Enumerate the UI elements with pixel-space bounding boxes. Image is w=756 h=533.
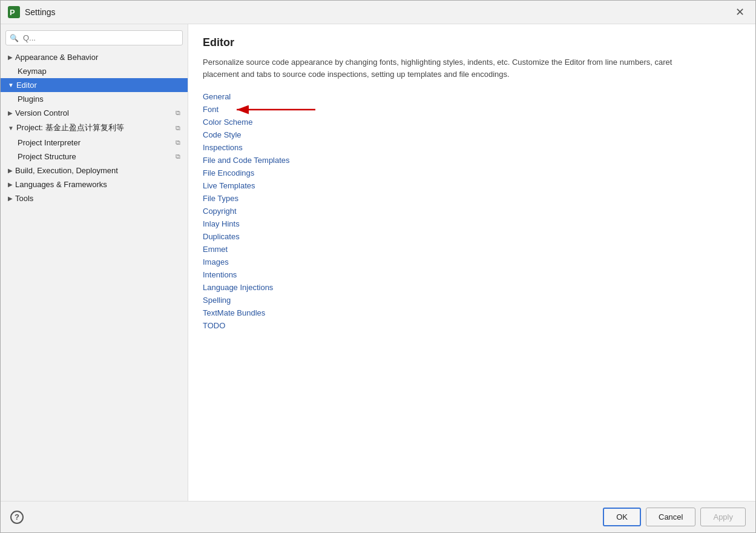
sidebar-item-label: Plugins: [18, 94, 44, 104]
app-icon: P: [8, 6, 20, 18]
close-button[interactable]: ✕: [732, 5, 748, 19]
link-inspections[interactable]: Inspections: [203, 142, 741, 153]
footer-left: ?: [10, 511, 24, 524]
link-font[interactable]: Font: [203, 104, 219, 115]
link-file-encodings[interactable]: File Encodings: [203, 167, 741, 179]
link-duplicates[interactable]: Duplicates: [203, 231, 741, 242]
chevron-down-icon: ▼: [8, 82, 14, 88]
sidebar-item-label: Languages & Frameworks: [15, 180, 107, 189]
cancel-button[interactable]: Cancel: [646, 508, 695, 526]
copy-icon: ⧉: [176, 124, 180, 132]
ok-button[interactable]: OK: [603, 508, 641, 526]
chevron-down-icon: ▼: [8, 125, 14, 131]
link-spelling[interactable]: Spelling: [203, 294, 741, 306]
search-input[interactable]: [5, 30, 183, 45]
chevron-right-icon: ▶: [8, 167, 13, 174]
link-textmate-bundles[interactable]: TextMate Bundles: [203, 307, 741, 319]
link-live-templates[interactable]: Live Templates: [203, 180, 741, 191]
page-title: Editor: [203, 36, 741, 49]
sidebar-item-label: Tools: [15, 194, 33, 203]
link-emmet[interactable]: Emmet: [203, 243, 741, 255]
font-row: Font: [203, 104, 741, 115]
title-bar: P Settings ✕: [1, 1, 755, 24]
sidebar: 🔍 ▶ Appearance & Behavior Keymap ▼: [1, 24, 188, 501]
link-general[interactable]: General: [203, 91, 741, 102]
sidebar-item-version-control[interactable]: ▶ Version Control ⧉: [1, 106, 188, 120]
link-images[interactable]: Images: [203, 256, 741, 268]
sidebar-item-languages[interactable]: ▶ Languages & Frameworks: [1, 177, 188, 191]
link-file-code-templates[interactable]: File and Code Templates: [203, 154, 741, 166]
sidebar-item-label: Project: 基金止盈点计算复利等: [16, 122, 124, 133]
settings-dialog: P Settings ✕ 🔍 ▶ Appearance & Behavior: [0, 0, 756, 533]
chevron-right-icon: ▶: [8, 195, 13, 202]
sidebar-item-label: Keymap: [18, 67, 47, 76]
sidebar-item-build[interactable]: ▶ Build, Execution, Deployment: [1, 164, 188, 177]
nav-tree: ▶ Appearance & Behavior Keymap ▼ Editor …: [1, 50, 188, 497]
link-language-injections[interactable]: Language Injections: [203, 282, 741, 293]
help-button[interactable]: ?: [10, 511, 24, 524]
title-bar-left: P Settings: [8, 6, 56, 18]
footer-buttons: OK Cancel Apply: [603, 508, 746, 526]
sidebar-item-label: Appearance & Behavior: [15, 53, 98, 62]
sidebar-item-label: Build, Execution, Deployment: [15, 166, 118, 175]
editor-link-list: General Font Color Scheme: [203, 91, 741, 331]
sidebar-item-label: Project Interpreter: [18, 138, 81, 147]
sidebar-item-tools[interactable]: ▶ Tools: [1, 191, 188, 205]
apply-button[interactable]: Apply: [700, 508, 746, 526]
copy-icon: ⧉: [176, 153, 180, 161]
link-file-types[interactable]: File Types: [203, 193, 741, 204]
link-copyright[interactable]: Copyright: [203, 205, 741, 217]
copy-icon: ⧉: [176, 139, 180, 147]
main-description: Personalize source code appearance by ch…: [203, 56, 675, 80]
sidebar-item-label: Project Structure: [18, 152, 76, 161]
sidebar-item-appearance[interactable]: ▶ Appearance & Behavior: [1, 50, 188, 64]
svg-text:P: P: [10, 8, 15, 17]
footer: ? OK Cancel Apply: [1, 501, 755, 532]
sidebar-item-label: Editor: [16, 81, 37, 90]
link-color-scheme[interactable]: Color Scheme: [203, 116, 741, 128]
window-title: Settings: [25, 7, 56, 17]
chevron-right-icon: ▶: [8, 110, 13, 116]
content-area: 🔍 ▶ Appearance & Behavior Keymap ▼: [1, 24, 755, 501]
sidebar-item-keymap[interactable]: Keymap: [1, 64, 188, 78]
search-box: 🔍: [5, 30, 183, 45]
sidebar-item-project[interactable]: ▼ Project: 基金止盈点计算复利等 ⧉: [1, 120, 188, 136]
chevron-right-icon: ▶: [8, 181, 13, 188]
main-panel: Editor Personalize source code appearanc…: [188, 24, 755, 501]
search-icon: 🔍: [10, 34, 19, 42]
sidebar-item-editor[interactable]: ▼ Editor: [1, 78, 188, 92]
link-todo[interactable]: TODO: [203, 320, 741, 331]
copy-icon: ⧉: [176, 109, 180, 117]
red-arrow-icon: [231, 102, 315, 117]
link-inlay-hints[interactable]: Inlay Hints: [203, 218, 741, 230]
chevron-right-icon: ▶: [8, 54, 13, 61]
sidebar-item-project-interpreter[interactable]: Project Interpreter ⧉: [1, 136, 188, 150]
link-intentions[interactable]: Intentions: [203, 269, 741, 280]
link-code-style[interactable]: Code Style: [203, 129, 741, 141]
sidebar-item-label: Version Control: [15, 108, 69, 118]
sidebar-item-plugins[interactable]: Plugins: [1, 92, 188, 106]
sidebar-item-project-structure[interactable]: Project Structure ⧉: [1, 150, 188, 164]
